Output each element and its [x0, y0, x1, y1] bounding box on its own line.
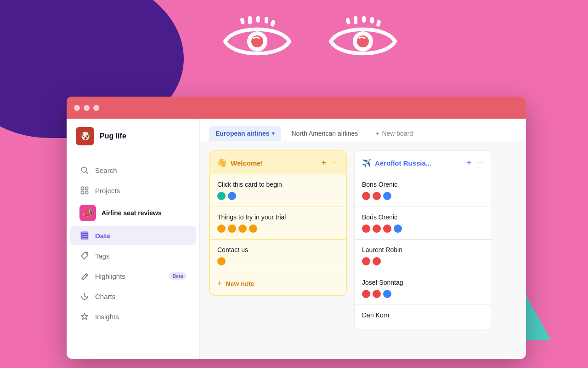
card-laurent-title: Laurent Robin	[362, 246, 484, 253]
card-josef-title: Josef Sonntag	[362, 279, 484, 286]
window-dot-yellow	[84, 105, 90, 111]
dot-blue-2	[394, 224, 402, 233]
dot-orange-3	[238, 224, 247, 233]
svg-rect-0	[248, 16, 252, 24]
add-card-welcome-button[interactable]: +	[320, 157, 328, 168]
airline-project-label: Airline seat reviews	[102, 209, 162, 217]
card-click-to-begin-title: Click this card to begin	[217, 181, 339, 188]
sidebar-nav: Search Projects 📣 Airline seat reviews	[67, 154, 199, 359]
dot-blue-3	[383, 290, 391, 298]
sidebar-item-search[interactable]: Search	[70, 161, 196, 180]
card-boris-1-title: Boris Orenic	[362, 181, 484, 188]
main-content: European airlines ▾ North American airli…	[200, 119, 526, 359]
dot-orange-contact	[217, 257, 226, 265]
svg-rect-17	[85, 187, 88, 190]
chevron-down-icon: ▾	[272, 131, 275, 137]
card-boris-2-dots	[362, 224, 484, 233]
tab-new-board[interactable]: + New board	[370, 126, 418, 141]
projects-label: Projects	[95, 187, 120, 195]
sidebar-item-tags[interactable]: Tags	[70, 246, 196, 265]
dot-red-7	[373, 257, 381, 265]
sidebar-item-airline-seat-reviews[interactable]: 📣 Airline seat reviews	[70, 201, 196, 225]
highlights-label: Highlights	[95, 272, 125, 280]
window-dot-green	[93, 105, 99, 111]
app-window: 🐶 Pug life Search Projects	[67, 97, 526, 359]
column-welcome: 👋 Welcome! + ··· Click this card to begi…	[209, 150, 347, 296]
card-things-to-try[interactable]: Things to try in your trial	[209, 207, 346, 240]
window-dot-red	[74, 105, 80, 111]
svg-rect-11	[345, 17, 351, 25]
dot-red-9	[373, 290, 381, 298]
tags-icon	[79, 251, 90, 261]
sidebar: 🐶 Pug life Search Projects	[67, 119, 200, 359]
board-area: 👋 Welcome! + ··· Click this card to begi…	[200, 141, 526, 359]
beta-badge: Beta	[169, 272, 187, 280]
sidebar-item-highlights[interactable]: Highlights Beta	[70, 266, 196, 286]
card-boris-orenic-2[interactable]: Boris Orenic	[355, 207, 492, 240]
left-eye-icon	[220, 14, 294, 69]
new-note-button[interactable]: + New note	[209, 272, 346, 295]
board-tabs: European airlines ▾ North American airli…	[200, 119, 526, 141]
dot-red-5	[383, 224, 391, 233]
dot-orange-1	[217, 224, 226, 233]
dot-red-8	[362, 290, 370, 298]
charts-label: Charts	[95, 293, 115, 300]
card-boris-2-title: Boris Orenic	[362, 213, 484, 221]
card-contact-us-title: Contact us	[217, 246, 339, 253]
cards-area-welcome: Click this card to begin Things to try i…	[209, 174, 346, 272]
svg-rect-4	[240, 17, 245, 25]
tab-north-american-airlines[interactable]: North American airlines	[285, 126, 364, 141]
svg-rect-2	[265, 17, 268, 23]
more-options-welcome-button[interactable]: ···	[331, 158, 339, 167]
svg-rect-7	[354, 16, 357, 24]
dot-red-2	[373, 192, 381, 200]
svg-line-15	[86, 172, 88, 174]
dot-orange-2	[228, 224, 236, 233]
workspace-header[interactable]: 🐶 Pug life	[67, 119, 199, 154]
tab-european-airlines[interactable]: European airlines ▾	[209, 126, 281, 141]
eyes-decoration	[220, 14, 400, 69]
card-click-to-begin[interactable]: Click this card to begin	[209, 174, 346, 207]
aeroflot-column-wrap: ✈️ Aeroflot Russia... + ··· Boris Orenic	[354, 150, 492, 329]
svg-rect-3	[270, 20, 275, 27]
column-title-welcome: Welcome!	[231, 159, 317, 167]
dot-teal	[217, 192, 226, 200]
column-header-welcome: 👋 Welcome! + ···	[209, 151, 346, 174]
column-actions-welcome: + ···	[320, 157, 339, 168]
more-options-aeroflot-button[interactable]: ···	[476, 158, 484, 167]
svg-point-14	[82, 167, 87, 172]
card-boris-orenic-1[interactable]: Boris Orenic	[355, 174, 492, 207]
card-contact-us-dots	[217, 257, 339, 265]
card-contact-us[interactable]: Contact us	[209, 240, 346, 272]
sidebar-item-charts[interactable]: Charts	[70, 287, 196, 306]
card-laurent-robin[interactable]: Laurent Robin	[355, 240, 492, 272]
highlights-icon	[79, 271, 90, 281]
card-josef-sonntag[interactable]: Josef Sonntag	[355, 272, 492, 305]
welcome-emoji-icon: 👋	[217, 158, 227, 168]
airline-project-icon: 📣	[79, 205, 96, 221]
sidebar-item-insights[interactable]: Insights	[70, 307, 196, 326]
sidebar-item-data[interactable]: Data	[70, 226, 196, 245]
title-bar	[67, 97, 526, 119]
card-dan-korn[interactable]: Dan Korn	[355, 305, 492, 329]
svg-rect-16	[81, 187, 84, 190]
column-title-aeroflot: Aeroflot Russia...	[375, 159, 462, 167]
cards-area-aeroflot: Boris Orenic Boris Orenic	[355, 174, 492, 329]
new-note-plus-icon: +	[217, 279, 222, 288]
svg-rect-22	[81, 236, 88, 237]
dot-orange-4	[249, 224, 257, 233]
tab-european-airlines-label: European airlines	[215, 130, 269, 137]
card-josef-dots	[362, 290, 484, 298]
svg-marker-26	[81, 313, 88, 320]
svg-rect-10	[376, 20, 381, 27]
column-header-aeroflot: ✈️ Aeroflot Russia... + ···	[355, 151, 492, 174]
dot-red-6	[362, 257, 370, 265]
projects-icon	[79, 185, 90, 196]
right-eye-icon	[326, 14, 400, 69]
svg-point-24	[86, 253, 87, 255]
card-dan-title: Dan Korn	[362, 311, 484, 319]
dot-red-3	[362, 224, 370, 233]
add-card-aeroflot-button[interactable]: +	[465, 157, 473, 168]
sidebar-item-projects[interactable]: Projects	[70, 181, 196, 200]
app-body: 🐶 Pug life Search Projects	[67, 119, 526, 359]
